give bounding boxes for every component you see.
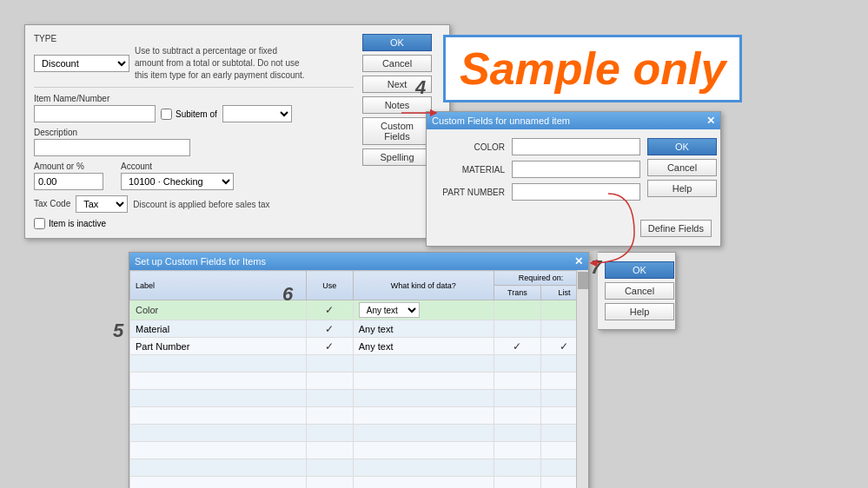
subitem-check: Subitem of xyxy=(161,109,217,120)
cf-cancel-button[interactable]: Cancel xyxy=(647,159,717,176)
table-row: Part Number ✓ Any text ✓ ✓ xyxy=(130,338,588,355)
cf-material-input[interactable] xyxy=(512,161,640,178)
item-name-label: Item Name/Number xyxy=(34,94,156,103)
table-row xyxy=(130,407,588,425)
tax-description: Discount is applied before sales tax xyxy=(133,200,269,209)
subitem-label: Subitem of xyxy=(176,109,217,119)
cf-partnumber-label: PART NUMBER xyxy=(435,188,505,197)
description-label: Description xyxy=(34,128,354,137)
inactive-label: Item is inactive xyxy=(49,219,106,228)
cf-ok-button[interactable]: OK xyxy=(647,138,717,155)
arrow-cf xyxy=(401,104,445,122)
account-select[interactable]: 10100 · Checking xyxy=(121,173,234,190)
step-4-label: 4 xyxy=(415,76,426,99)
type-field-row: TYPE Discount Use to subtract a percenta… xyxy=(34,34,354,82)
item-spelling-button[interactable]: Spelling xyxy=(362,148,432,166)
col-trans-header: Trans xyxy=(494,286,540,300)
row-material-use: ✓ xyxy=(306,320,353,338)
setup-fields-table: Label Use What kind of data? Required on… xyxy=(129,270,588,488)
cf-color-input[interactable] xyxy=(512,138,640,155)
setup-help-button[interactable]: Help xyxy=(605,303,674,320)
table-row: Material ✓ Any text xyxy=(130,320,588,338)
cf-material-row: MATERIAL xyxy=(435,161,640,178)
item-ok-button[interactable]: OK xyxy=(362,34,432,51)
setup-dialog-title-bar: Set up Custom Fields for Items ✕ xyxy=(129,253,588,270)
amount-account-row: Amount or % Account 10100 · Checking xyxy=(34,162,354,190)
row-color-trans xyxy=(494,300,540,320)
item-dialog: TYPE Discount Use to subtract a percenta… xyxy=(24,24,450,239)
tax-code-label: Tax Code xyxy=(34,199,70,208)
type-select[interactable]: Discount xyxy=(34,55,129,72)
scrollbar-thumb[interactable] xyxy=(578,272,588,289)
table-row xyxy=(130,373,588,390)
cf-color-row: COLOR xyxy=(435,138,640,155)
table-row xyxy=(130,355,588,373)
row-color-use: ✓ xyxy=(306,300,353,320)
item-dialog-body: TYPE Discount Use to subtract a percenta… xyxy=(25,25,449,238)
tax-code-row: Tax Code Tax Discount is applied before … xyxy=(34,195,354,213)
type-label: TYPE xyxy=(34,34,354,43)
setup-table-container: Label Use What kind of data? Required on… xyxy=(129,270,588,488)
col-kind-header: What kind of data? xyxy=(353,271,494,300)
custom-fields-close-icon[interactable]: ✕ xyxy=(706,115,715,127)
amount-field: Amount or % xyxy=(34,162,103,190)
row-color-label: Color xyxy=(130,300,307,320)
type-info-text: Use to subtract a percentage or fixed am… xyxy=(135,45,308,82)
color-kind-select[interactable]: Any text xyxy=(359,302,420,318)
table-row xyxy=(130,459,588,477)
row-partnumber-kind: Any text xyxy=(353,338,494,355)
arrow-define xyxy=(539,189,643,267)
table-row xyxy=(130,425,588,442)
account-field: Account 10100 · Checking xyxy=(121,162,234,190)
define-fields-button[interactable]: Define Fields xyxy=(640,220,712,237)
row-partnumber-trans: ✓ xyxy=(494,338,540,355)
item-name-row: Item Name/Number Subitem of xyxy=(34,93,354,122)
cf-material-label: MATERIAL xyxy=(435,165,505,175)
col-label-header: Label xyxy=(130,271,307,300)
table-row xyxy=(130,390,588,407)
setup-dialog-title: Set up Custom Fields for Items xyxy=(135,256,266,267)
step-6-label: 6 xyxy=(282,283,293,306)
col-required-header: Required on: xyxy=(494,271,587,286)
description-input[interactable] xyxy=(34,139,190,156)
account-label: Account xyxy=(121,162,234,171)
amount-label: Amount or % xyxy=(34,162,103,171)
table-header-row: Label Use What kind of data? Required on… xyxy=(130,271,588,286)
row-color-kind: Any text xyxy=(353,300,494,320)
description-field-row: Description xyxy=(34,128,354,156)
setup-cancel-button[interactable]: Cancel xyxy=(605,282,674,300)
cf-help-button[interactable]: Help xyxy=(647,180,717,197)
col-use-header: Use xyxy=(306,271,353,300)
table-row: Color ✓ Any text xyxy=(130,300,588,320)
cf-color-label: COLOR xyxy=(435,142,505,152)
custom-fields-title-bar: Custom Fields for unnamed item ✕ xyxy=(427,112,720,129)
item-name-input[interactable] xyxy=(34,105,156,122)
setup-custom-fields-dialog: Set up Custom Fields for Items ✕ Label U… xyxy=(129,252,589,488)
table-row xyxy=(130,477,588,489)
table-scrollbar[interactable] xyxy=(576,270,588,488)
subitem-checkbox[interactable] xyxy=(161,109,172,120)
cf-buttons-panel: OK Cancel Help xyxy=(647,138,717,206)
custom-fields-title: Custom Fields for unnamed item xyxy=(432,115,570,126)
inactive-checkbox[interactable] xyxy=(34,218,45,229)
item-cancel-button[interactable]: Cancel xyxy=(362,55,432,72)
item-name-field: Item Name/Number xyxy=(34,94,156,122)
sample-only-watermark: Sample only xyxy=(443,35,742,102)
table-row xyxy=(130,442,588,459)
row-material-label: Material xyxy=(130,320,307,338)
row-partnumber-use: ✓ xyxy=(306,338,353,355)
subitem-select[interactable] xyxy=(222,105,292,122)
inactive-row: Item is inactive xyxy=(34,218,354,229)
row-partnumber-label: Part Number xyxy=(130,338,307,355)
tax-select[interactable]: Tax xyxy=(76,195,128,213)
amount-input[interactable] xyxy=(34,173,103,190)
step-5-label: 5 xyxy=(113,320,123,342)
row-material-trans xyxy=(494,320,540,338)
item-form-left: TYPE Discount Use to subtract a percenta… xyxy=(34,34,354,229)
row-material-kind: Any text xyxy=(353,320,494,338)
